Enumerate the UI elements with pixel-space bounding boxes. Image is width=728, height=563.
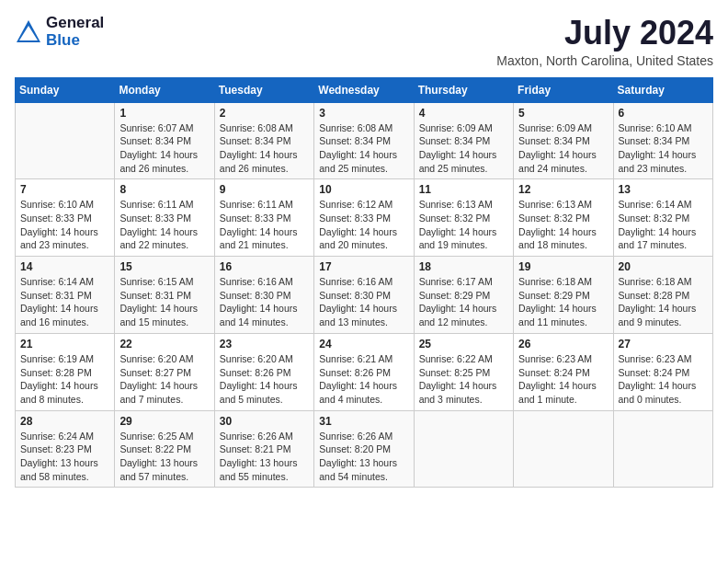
calendar-week-row: 28Sunrise: 6:24 AM Sunset: 8:23 PM Dayli… bbox=[16, 410, 713, 488]
day-number: 24 bbox=[319, 338, 408, 350]
day-number: 16 bbox=[220, 260, 309, 273]
calendar-cell: 14Sunrise: 6:14 AM Sunset: 8:31 PM Dayli… bbox=[16, 257, 115, 334]
day-info: Sunrise: 6:09 AM Sunset: 8:34 PM Dayligh… bbox=[419, 121, 508, 176]
calendar-cell bbox=[414, 410, 513, 488]
day-number: 19 bbox=[518, 260, 608, 273]
day-number: 7 bbox=[20, 183, 109, 196]
day-info: Sunrise: 6:14 AM Sunset: 8:32 PM Dayligh… bbox=[619, 198, 708, 252]
calendar-cell: 18Sunrise: 6:17 AM Sunset: 8:29 PM Dayli… bbox=[414, 257, 513, 334]
day-number: 2 bbox=[220, 107, 309, 120]
day-number: 25 bbox=[419, 338, 508, 350]
day-info: Sunrise: 6:16 AM Sunset: 8:30 PM Dayligh… bbox=[319, 275, 408, 329]
calendar-day-header: Wednesday bbox=[314, 77, 414, 102]
logo-blue-text: Blue bbox=[46, 32, 104, 50]
calendar-cell: 28Sunrise: 6:24 AM Sunset: 8:23 PM Dayli… bbox=[16, 410, 115, 488]
title-area: July 2024 Maxton, North Carolina, United… bbox=[496, 15, 713, 68]
day-number: 29 bbox=[119, 415, 209, 428]
day-info: Sunrise: 6:18 AM Sunset: 8:28 PM Dayligh… bbox=[619, 275, 708, 329]
day-info: Sunrise: 6:10 AM Sunset: 8:34 PM Dayligh… bbox=[619, 121, 708, 176]
calendar-cell: 17Sunrise: 6:16 AM Sunset: 8:30 PM Dayli… bbox=[314, 257, 414, 334]
calendar-cell: 9Sunrise: 6:11 AM Sunset: 8:33 PM Daylig… bbox=[214, 179, 313, 257]
day-number: 14 bbox=[20, 260, 109, 273]
day-number: 1 bbox=[119, 107, 209, 120]
calendar-header: SundayMondayTuesdayWednesdayThursdayFrid… bbox=[16, 77, 713, 102]
calendar-day-header: Sunday bbox=[16, 77, 115, 102]
day-info: Sunrise: 6:10 AM Sunset: 8:33 PM Dayligh… bbox=[20, 198, 109, 252]
day-info: Sunrise: 6:24 AM Sunset: 8:23 PM Dayligh… bbox=[20, 430, 109, 484]
header: General Blue July 2024 Maxton, North Car… bbox=[15, 15, 713, 68]
calendar-cell: 21Sunrise: 6:19 AM Sunset: 8:28 PM Dayli… bbox=[16, 333, 115, 410]
calendar-cell: 30Sunrise: 6:26 AM Sunset: 8:21 PM Dayli… bbox=[214, 410, 313, 488]
calendar-day-header: Saturday bbox=[613, 77, 712, 102]
calendar-cell bbox=[613, 410, 712, 488]
day-info: Sunrise: 6:11 AM Sunset: 8:33 PM Dayligh… bbox=[119, 198, 209, 252]
calendar-cell: 23Sunrise: 6:20 AM Sunset: 8:26 PM Dayli… bbox=[214, 333, 313, 410]
calendar-cell: 11Sunrise: 6:13 AM Sunset: 8:32 PM Dayli… bbox=[414, 179, 513, 257]
day-number: 20 bbox=[619, 260, 708, 273]
day-number: 13 bbox=[619, 183, 708, 196]
day-info: Sunrise: 6:16 AM Sunset: 8:30 PM Dayligh… bbox=[220, 275, 309, 329]
day-number: 10 bbox=[319, 183, 408, 196]
calendar-cell bbox=[514, 410, 613, 488]
calendar-cell: 31Sunrise: 6:26 AM Sunset: 8:20 PM Dayli… bbox=[314, 410, 414, 488]
day-number: 21 bbox=[20, 338, 109, 350]
calendar-cell: 7Sunrise: 6:10 AM Sunset: 8:33 PM Daylig… bbox=[16, 179, 115, 257]
calendar-cell: 29Sunrise: 6:25 AM Sunset: 8:22 PM Dayli… bbox=[115, 410, 214, 488]
calendar-cell: 5Sunrise: 6:09 AM Sunset: 8:34 PM Daylig… bbox=[514, 102, 613, 179]
day-number: 3 bbox=[319, 107, 408, 120]
calendar-cell: 4Sunrise: 6:09 AM Sunset: 8:34 PM Daylig… bbox=[414, 102, 513, 179]
day-info: Sunrise: 6:21 AM Sunset: 8:26 PM Dayligh… bbox=[319, 352, 408, 407]
day-info: Sunrise: 6:15 AM Sunset: 8:31 PM Dayligh… bbox=[119, 275, 209, 329]
day-info: Sunrise: 6:22 AM Sunset: 8:25 PM Dayligh… bbox=[419, 352, 508, 407]
day-number: 23 bbox=[220, 338, 309, 350]
calendar-cell: 12Sunrise: 6:13 AM Sunset: 8:32 PM Dayli… bbox=[514, 179, 613, 257]
calendar-day-header: Friday bbox=[514, 77, 613, 102]
day-info: Sunrise: 6:11 AM Sunset: 8:33 PM Dayligh… bbox=[220, 198, 309, 252]
day-number: 11 bbox=[419, 183, 508, 196]
calendar-cell: 3Sunrise: 6:08 AM Sunset: 8:34 PM Daylig… bbox=[314, 102, 414, 179]
calendar-cell: 15Sunrise: 6:15 AM Sunset: 8:31 PM Dayli… bbox=[115, 257, 214, 334]
day-info: Sunrise: 6:17 AM Sunset: 8:29 PM Dayligh… bbox=[419, 275, 508, 329]
day-number: 28 bbox=[20, 415, 109, 428]
day-info: Sunrise: 6:09 AM Sunset: 8:34 PM Dayligh… bbox=[518, 121, 608, 176]
day-info: Sunrise: 6:20 AM Sunset: 8:27 PM Dayligh… bbox=[119, 352, 209, 407]
calendar-cell: 1Sunrise: 6:07 AM Sunset: 8:34 PM Daylig… bbox=[115, 102, 214, 179]
calendar-cell: 16Sunrise: 6:16 AM Sunset: 8:30 PM Dayli… bbox=[214, 257, 313, 334]
calendar-cell: 27Sunrise: 6:23 AM Sunset: 8:24 PM Dayli… bbox=[613, 333, 712, 410]
day-info: Sunrise: 6:23 AM Sunset: 8:24 PM Dayligh… bbox=[518, 352, 608, 407]
calendar-cell: 10Sunrise: 6:12 AM Sunset: 8:33 PM Dayli… bbox=[314, 179, 414, 257]
day-info: Sunrise: 6:07 AM Sunset: 8:34 PM Dayligh… bbox=[119, 121, 209, 176]
calendar-cell: 24Sunrise: 6:21 AM Sunset: 8:26 PM Dayli… bbox=[314, 333, 414, 410]
calendar-day-header: Tuesday bbox=[214, 77, 313, 102]
calendar-cell: 19Sunrise: 6:18 AM Sunset: 8:29 PM Dayli… bbox=[514, 257, 613, 334]
day-info: Sunrise: 6:25 AM Sunset: 8:22 PM Dayligh… bbox=[119, 430, 209, 484]
day-number: 12 bbox=[518, 183, 608, 196]
day-info: Sunrise: 6:26 AM Sunset: 8:20 PM Dayligh… bbox=[319, 430, 408, 484]
location-subtitle: Maxton, North Carolina, United States bbox=[496, 53, 713, 68]
day-info: Sunrise: 6:23 AM Sunset: 8:24 PM Dayligh… bbox=[619, 352, 708, 407]
day-info: Sunrise: 6:12 AM Sunset: 8:33 PM Dayligh… bbox=[319, 198, 408, 252]
calendar-week-row: 14Sunrise: 6:14 AM Sunset: 8:31 PM Dayli… bbox=[16, 257, 713, 334]
day-number: 27 bbox=[619, 338, 708, 350]
day-number: 6 bbox=[619, 107, 708, 120]
calendar-cell: 13Sunrise: 6:14 AM Sunset: 8:32 PM Dayli… bbox=[613, 179, 712, 257]
calendar-day-header: Monday bbox=[115, 77, 214, 102]
day-info: Sunrise: 6:26 AM Sunset: 8:21 PM Dayligh… bbox=[220, 430, 309, 484]
calendar-table: SundayMondayTuesdayWednesdayThursdayFrid… bbox=[15, 77, 713, 488]
calendar-cell: 20Sunrise: 6:18 AM Sunset: 8:28 PM Dayli… bbox=[613, 257, 712, 334]
day-info: Sunrise: 6:08 AM Sunset: 8:34 PM Dayligh… bbox=[319, 121, 408, 176]
day-number: 9 bbox=[220, 183, 309, 196]
day-number: 4 bbox=[419, 107, 508, 120]
day-number: 15 bbox=[119, 260, 209, 273]
day-info: Sunrise: 6:20 AM Sunset: 8:26 PM Dayligh… bbox=[220, 352, 309, 407]
day-info: Sunrise: 6:13 AM Sunset: 8:32 PM Dayligh… bbox=[419, 198, 508, 252]
day-info: Sunrise: 6:14 AM Sunset: 8:31 PM Dayligh… bbox=[20, 275, 109, 329]
day-number: 8 bbox=[119, 183, 209, 196]
calendar-cell: 22Sunrise: 6:20 AM Sunset: 8:27 PM Dayli… bbox=[115, 333, 214, 410]
logo-icon bbox=[15, 18, 42, 46]
calendar-cell: 2Sunrise: 6:08 AM Sunset: 8:34 PM Daylig… bbox=[214, 102, 313, 179]
day-info: Sunrise: 6:18 AM Sunset: 8:29 PM Dayligh… bbox=[518, 275, 608, 329]
calendar-day-header: Thursday bbox=[414, 77, 513, 102]
day-info: Sunrise: 6:13 AM Sunset: 8:32 PM Dayligh… bbox=[518, 198, 608, 252]
logo-general-text: General bbox=[46, 15, 104, 32]
